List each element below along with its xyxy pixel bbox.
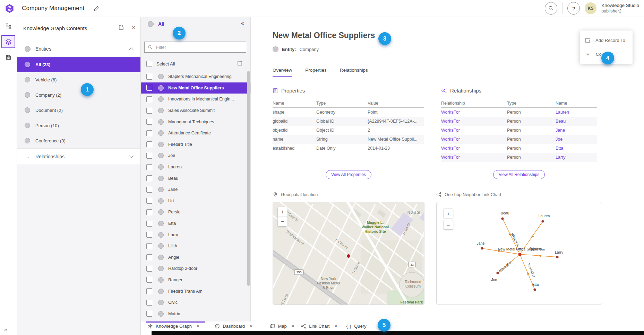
item-checkbox[interactable] [146,209,152,215]
item-checkbox[interactable] [146,243,152,249]
tab-map[interactable]: Map ✕ [270,324,294,329]
node-etta[interactable] [533,288,536,291]
account-info[interactable]: Knowledge Studio publisher2 [601,3,639,14]
entity-type-item[interactable]: Company (2) [17,87,140,103]
collapse-panel-icon[interactable]: « [241,20,244,26]
zoom-out-button[interactable]: − [278,217,287,226]
map-marker[interactable] [347,254,350,258]
search-button[interactable] [545,2,557,15]
data-model-button[interactable] [1,19,15,33]
select-all-row[interactable]: Select All [141,59,250,69]
close-tab-icon[interactable]: ✕ [334,324,337,328]
entity-list-item[interactable]: Larry [141,229,250,240]
node-beau[interactable] [501,217,504,220]
entity-list-item[interactable]: Persie [141,206,250,218]
entity-link[interactable]: Beau [556,119,597,124]
relationships-group-header[interactable]: → Relationships [17,148,140,165]
avatar[interactable]: KS [585,2,596,14]
entity-list-item[interactable]: Uri [141,195,250,207]
item-checkbox[interactable] [146,300,152,306]
relationship-link[interactable]: WorksFor [441,155,507,160]
node-center[interactable] [518,253,521,256]
entity-type-item[interactable]: All (23) [17,57,140,72]
node-joe[interactable] [496,272,499,274]
entity-link[interactable]: Joe [556,137,597,142]
entity-list-item[interactable]: Ranger [141,274,250,286]
entity-list-item[interactable]: Hardtop 2-door [141,263,250,274]
item-checkbox[interactable] [146,221,152,227]
filter-input[interactable] [155,44,246,50]
tab-knowledge-graph[interactable]: Knowledge Graph ✕ [148,324,199,329]
close-tab-icon[interactable]: ✕ [250,324,252,328]
entity-type-item[interactable]: Person (10) [17,118,140,133]
entity-list-item[interactable]: Matrix [141,308,250,319]
close-tab-icon[interactable]: ✕ [292,324,294,328]
item-checkbox[interactable] [146,141,152,147]
entity-link[interactable]: Jane [556,128,597,133]
tab-dashboard[interactable]: Dashboard ✕ [215,324,252,329]
entity-type-item[interactable]: Vehicle (6) [17,72,140,87]
node-jane[interactable] [481,247,483,249]
close-panel-icon[interactable]: ✕ [132,25,136,30]
entity-list-item[interactable]: Angie [141,252,250,263]
view-all-relationships-button[interactable]: View All Relationships [493,170,545,179]
item-checkbox[interactable] [146,74,152,80]
layers-button[interactable] [1,35,15,48]
entity-list-item[interactable]: Joe [141,150,250,161]
node-lauren[interactable] [541,220,544,222]
map-card[interactable]: + − [273,202,424,305]
zoom-in-button[interactable]: + [278,207,287,217]
entity-list-item[interactable]: Sales Associate Summit [141,105,250,116]
entity-type-item[interactable]: Document (2) [17,103,140,118]
menu-item-add-record-to[interactable]: Add Record To [580,33,633,47]
relationship-link[interactable]: WorksFor [441,137,507,142]
help-button[interactable]: ? [567,2,580,15]
entity-link[interactable]: Lauren [556,110,597,115]
item-checkbox[interactable] [146,277,152,283]
relationship-link[interactable]: WorksFor [441,119,507,124]
tab-relationships[interactable]: Relationships [340,68,368,77]
entity-list-item[interactable]: New Metal Office Suppliers [141,82,250,94]
entity-list-item[interactable]: Firebird Title [141,139,250,150]
item-checkbox[interactable] [146,153,152,159]
relationship-link[interactable]: WorksFor [441,146,507,151]
edit-title-icon[interactable] [93,6,99,11]
item-checkbox[interactable] [146,288,152,294]
tab-query[interactable]: { } Query [346,324,367,329]
tab-overview[interactable]: Overview [273,68,292,77]
entity-list-item[interactable]: Firebird Trans Am [141,285,250,297]
add-record-icon[interactable] [237,60,243,66]
expand-rail-icon[interactable]: » [4,326,7,332]
entities-group-header[interactable]: Entities [17,41,140,57]
item-checkbox[interactable] [146,266,152,272]
entity-list-item[interactable]: Staplers Mechanical Engineering [141,71,250,82]
select-all-checkbox[interactable] [146,61,152,67]
item-checkbox[interactable] [146,164,152,170]
entity-list-item[interactable]: Managment Techniques [141,116,250,127]
item-checkbox[interactable] [146,198,152,204]
item-checkbox[interactable] [146,311,152,317]
entity-list-item[interactable]: Etta [141,218,250,229]
entity-link[interactable]: Larry [556,155,597,160]
item-checkbox[interactable] [146,130,152,136]
entity-list-item[interactable]: Beau [141,173,250,184]
item-checkbox[interactable] [146,187,152,193]
link-chart-card[interactable]: + − [436,202,602,305]
zoom-out-button[interactable]: − [444,220,453,230]
item-checkbox[interactable] [146,108,152,114]
entity-list-item[interactable]: Innovations in Mechanical Engin... [141,94,250,105]
tab-properties[interactable]: Properties [305,68,327,77]
entity-list-item[interactable]: Civic [141,297,250,308]
tab-link-chart[interactable]: Link Chart ✕ [301,324,337,329]
entity-list-item[interactable]: Lilith [141,240,250,252]
scrollbar-thumb[interactable] [247,71,250,286]
entity-list-item[interactable]: Jane [141,184,250,195]
item-checkbox[interactable] [146,254,152,260]
view-all-properties-button[interactable]: View All Properties [326,170,371,179]
entity-list-item[interactable]: Lauren [141,161,250,173]
relationship-link[interactable]: WorksFor [441,110,507,115]
node-larry[interactable] [556,256,558,258]
entity-type-item[interactable]: Conference (3) [17,133,140,148]
item-checkbox[interactable] [146,232,152,238]
relationship-link[interactable]: WorksFor [441,128,507,133]
